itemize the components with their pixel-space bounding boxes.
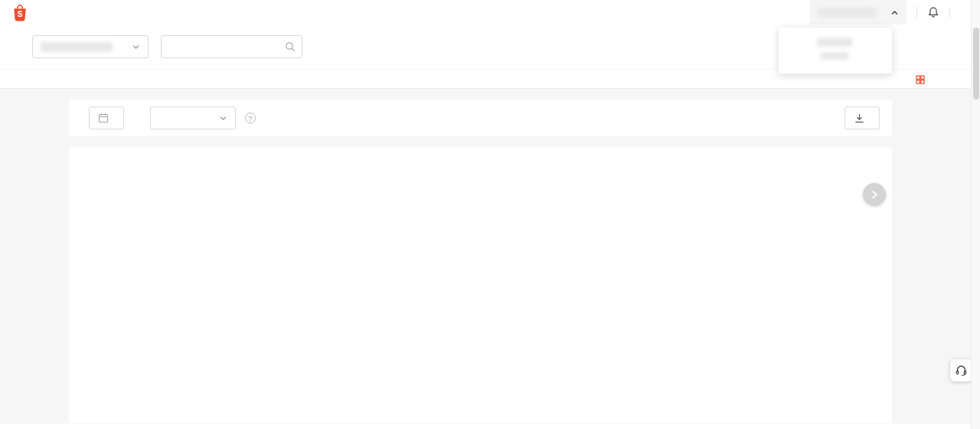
current-shop-select[interactable] xyxy=(32,35,149,58)
svg-text:S: S xyxy=(18,9,23,18)
shopee-logo-icon[interactable]: S xyxy=(12,4,28,21)
chevron-right-icon xyxy=(870,190,879,199)
calendar-icon xyxy=(98,113,109,123)
shop-search xyxy=(161,35,302,58)
account-menu-trigger[interactable] xyxy=(810,0,906,25)
topbar: S xyxy=(0,0,980,25)
analytics-card xyxy=(69,147,892,423)
notification-dot xyxy=(937,4,942,9)
notification-bell-icon[interactable] xyxy=(927,6,939,18)
new-feature-dot xyxy=(263,116,269,121)
shop-name-redacted xyxy=(41,42,113,52)
company-name-redacted xyxy=(821,52,848,60)
account-name-redacted xyxy=(817,38,852,47)
export-data-button[interactable] xyxy=(844,106,880,129)
shop-search-input[interactable] xyxy=(161,35,302,58)
order-type-select[interactable] xyxy=(150,106,236,129)
cards-next-button[interactable] xyxy=(863,183,886,206)
chevron-up-icon xyxy=(890,8,899,17)
metric-cards-row xyxy=(84,164,892,225)
collect-button[interactable] xyxy=(936,44,968,67)
bottom-strip xyxy=(0,424,980,429)
customer-service-button[interactable] xyxy=(950,359,972,382)
dashboard-board-icon xyxy=(916,75,925,84)
scrollbar-thumb[interactable] xyxy=(973,28,979,100)
chevron-down-icon xyxy=(132,43,140,51)
account-info xyxy=(779,28,892,67)
filter-card: ? xyxy=(69,100,892,136)
realtime-dashboard-link[interactable] xyxy=(916,70,928,89)
headset-icon xyxy=(955,364,968,377)
date-range-picker[interactable] xyxy=(89,106,124,129)
account-name-redacted xyxy=(818,8,876,18)
order-type-help-icon[interactable]: ? xyxy=(245,113,256,123)
chevron-down-icon xyxy=(219,114,227,123)
scrollbar[interactable] xyxy=(971,0,980,429)
search-icon[interactable] xyxy=(285,41,296,52)
download-icon xyxy=(854,113,864,123)
divider xyxy=(916,7,917,18)
divider xyxy=(949,7,950,18)
account-dropdown-menu xyxy=(779,28,892,74)
trend-line-chart[interactable] xyxy=(84,238,877,368)
